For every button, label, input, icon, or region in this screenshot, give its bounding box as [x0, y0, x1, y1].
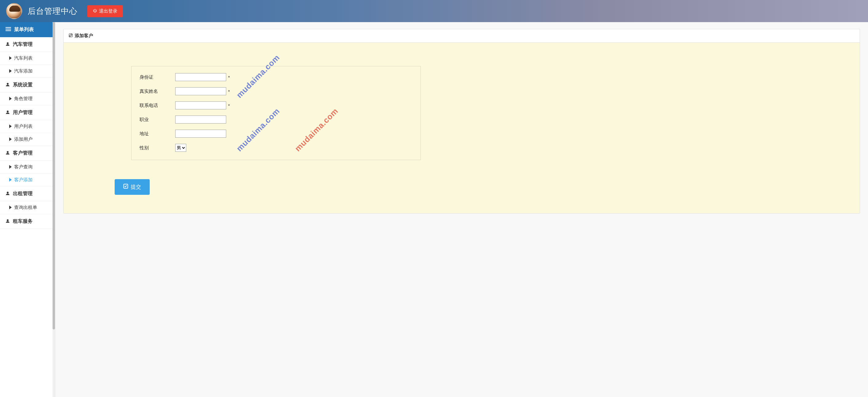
label-realname: 真实姓名 — [140, 89, 175, 94]
sidebar-item-label: 查询出租单 — [14, 205, 37, 210]
submit-label: 提交 — [131, 184, 141, 191]
power-icon — [93, 9, 97, 14]
form-row-address: 地址 — [140, 130, 272, 138]
submit-row: 提交 — [73, 179, 850, 195]
svg-point-8 — [7, 192, 9, 193]
label-phone: 联系电话 — [140, 103, 175, 108]
sidebar-group-label: 出租管理 — [13, 191, 33, 197]
label-sex: 性别 — [140, 145, 175, 151]
svg-point-7 — [7, 151, 9, 153]
input-profession[interactable] — [175, 115, 226, 124]
svg-rect-0 — [5, 27, 11, 28]
caret-right-icon — [9, 56, 12, 61]
user-icon — [5, 219, 10, 224]
sidebar-item-label: 角色管理 — [14, 96, 33, 102]
sidebar-group-rent[interactable]: 出租管理 — [0, 187, 55, 201]
panel-body: mudaima.com mudaima.com mudaima.com 身份证 … — [64, 43, 860, 213]
sidebar-item-label: 添加用户 — [14, 136, 33, 142]
form-row-sex: 性别 男 — [140, 144, 272, 152]
caret-right-icon — [9, 96, 12, 101]
caret-right-icon — [9, 205, 12, 210]
user-icon — [5, 151, 10, 156]
sidebar-item-label: 客户查询 — [14, 164, 33, 170]
svg-point-6 — [7, 110, 9, 112]
svg-point-4 — [7, 42, 9, 44]
user-icon — [5, 42, 10, 47]
svg-point-9 — [7, 219, 9, 221]
sidebar-scrollbar-track — [53, 22, 55, 397]
list-icon — [5, 27, 11, 33]
sidebar-item-rent-query[interactable]: 查询出租单 — [0, 201, 55, 214]
app-title: 后台管理中心 — [28, 6, 78, 16]
panel-header: 添加客户 — [64, 29, 860, 43]
sidebar-group-service[interactable]: 租车服务 — [0, 214, 55, 229]
sidebar-group-label: 系统设置 — [13, 82, 33, 88]
check-icon — [123, 184, 128, 190]
svg-point-5 — [7, 82, 9, 85]
input-phone[interactable] — [175, 101, 226, 109]
required-mark: * — [228, 89, 230, 94]
sidebar-item-customer-add[interactable]: 客户添加 — [0, 174, 55, 187]
svg-rect-2 — [5, 30, 11, 31]
edit-icon — [68, 33, 73, 38]
sidebar-group-car[interactable]: 汽车管理 — [0, 37, 55, 52]
user-icon — [5, 82, 10, 88]
label-idcard: 身份证 — [140, 74, 175, 80]
form-row-idcard: 身份证 * — [140, 73, 272, 81]
input-idcard[interactable] — [175, 73, 226, 81]
caret-right-icon — [9, 137, 12, 142]
input-realname[interactable] — [175, 87, 226, 95]
submit-button[interactable]: 提交 — [115, 179, 150, 195]
sidebar-item-label: 用户列表 — [14, 124, 33, 129]
avatar — [6, 3, 22, 19]
form-fieldset: 身份证 * 真实姓名 * 联系电话 * 职业 — [131, 66, 421, 160]
required-mark: * — [228, 75, 230, 80]
form-row-realname: 真实姓名 * — [140, 87, 272, 95]
logout-label: 退出登录 — [99, 8, 117, 14]
input-address[interactable] — [175, 130, 226, 138]
sidebar-group-user[interactable]: 用户管理 — [0, 105, 55, 120]
caret-right-icon — [9, 164, 12, 170]
sidebar-item-label: 客户添加 — [14, 177, 33, 183]
sidebar-item-role[interactable]: 角色管理 — [0, 93, 55, 105]
user-icon — [5, 110, 10, 115]
sidebar-item-user-list[interactable]: 用户列表 — [0, 120, 55, 133]
caret-right-icon — [9, 124, 12, 129]
form-row-profession: 职业 — [140, 115, 272, 124]
svg-rect-1 — [5, 29, 11, 29]
caret-right-icon — [9, 177, 12, 183]
sidebar-item-label: 汽车添加 — [14, 68, 33, 74]
user-icon — [5, 191, 10, 197]
required-mark: * — [228, 103, 230, 108]
sidebar-scrollbar-thumb[interactable] — [53, 22, 55, 329]
form-row-phone: 联系电话 * — [140, 101, 272, 109]
menu-title: 菜单列表 — [0, 22, 55, 37]
sidebar-group-customer[interactable]: 客户管理 — [0, 146, 55, 161]
sidebar-group-label: 汽车管理 — [13, 41, 33, 47]
sidebar-item-car-add[interactable]: 汽车添加 — [0, 65, 55, 78]
main-content: 添加客户 mudaima.com mudaima.com mudaima.com… — [55, 22, 868, 397]
sidebar-group-label: 客户管理 — [13, 150, 33, 156]
menu-title-label: 菜单列表 — [14, 26, 34, 33]
sidebar-item-user-add[interactable]: 添加用户 — [0, 133, 55, 146]
header-bar: 后台管理中心 退出登录 — [0, 0, 868, 22]
label-address: 地址 — [140, 131, 175, 137]
logout-button[interactable]: 退出登录 — [87, 5, 123, 17]
sidebar-item-label: 汽车列表 — [14, 55, 33, 61]
sidebar: 菜单列表 汽车管理 汽车列表 汽车添加 系统设置 角色管理 用户管理 — [0, 22, 55, 397]
sidebar-item-customer-query[interactable]: 客户查询 — [0, 161, 55, 174]
panel: 添加客户 mudaima.com mudaima.com mudaima.com… — [63, 29, 860, 213]
select-sex[interactable]: 男 — [175, 144, 186, 152]
sidebar-group-label: 用户管理 — [13, 109, 33, 116]
sidebar-item-car-list[interactable]: 汽车列表 — [0, 52, 55, 65]
panel-title: 添加客户 — [75, 33, 93, 39]
caret-right-icon — [9, 68, 12, 74]
sidebar-group-label: 租车服务 — [13, 218, 33, 225]
label-profession: 职业 — [140, 117, 175, 123]
sidebar-group-system[interactable]: 系统设置 — [0, 78, 55, 93]
